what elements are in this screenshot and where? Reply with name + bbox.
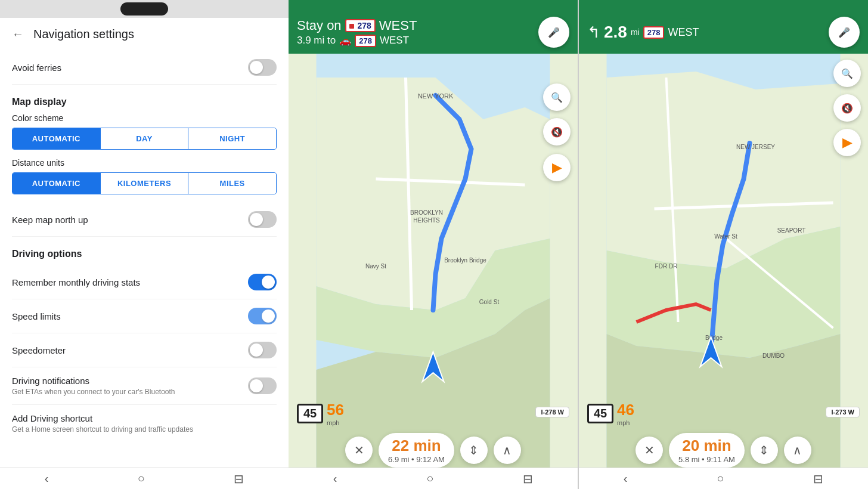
search-icon-2: 🔍	[841, 68, 853, 79]
expand-button-1[interactable]: ∧	[494, 437, 521, 464]
eta-details-2: 5.8 mi • 9:11 AM	[678, 455, 735, 464]
svg-text:BROOKLYN: BROOKLYN	[410, 209, 443, 216]
nav-header: ← Navigation settings	[0, 18, 289, 51]
svg-text:Brooklyn Bridge: Brooklyn Bridge	[444, 257, 486, 264]
settings-content: Avoid ferries Map display Color scheme A…	[0, 51, 289, 489]
route-label-1: I-278 W	[535, 407, 569, 417]
svg-text:DUMBO: DUMBO	[762, 352, 785, 359]
route-icon-1: ▶	[552, 160, 562, 175]
search-icon-1: 🔍	[551, 92, 563, 103]
close-button-2[interactable]: ✕	[636, 437, 663, 464]
mic-icon-2: 🎤	[838, 27, 850, 38]
mute-icon-2: 🔇	[841, 103, 853, 114]
android-back-icon[interactable]: ‹	[45, 472, 49, 485]
android-home-icon[interactable]: ○	[138, 472, 145, 485]
driving-notifications-toggle[interactable]	[248, 377, 277, 394]
add-driving-shortcut-row: Add Driving shortcut Get a Home screen s…	[12, 405, 277, 442]
eta-bar-2: ✕ 20 min 5.8 mi • 9:11 AM ⇕ ∧	[579, 433, 868, 468]
driving-options-heading: Driving options	[12, 249, 277, 259]
eta-time-1: 22 min	[392, 437, 441, 454]
color-scheme-automatic[interactable]: AUTOMATIC	[13, 128, 100, 149]
mic-icon-1: 🎤	[548, 27, 560, 38]
eta-details-1: 6.9 mi • 9:12 AM	[388, 455, 445, 464]
svg-text:FDR DR: FDR DR	[655, 263, 678, 270]
color-scheme-label: Color scheme	[12, 113, 277, 123]
color-scheme-day[interactable]: DAY	[100, 128, 188, 149]
bottom-nav-1: ‹ ○ ⊟	[289, 468, 578, 489]
mute-icon-1: 🔇	[551, 126, 563, 138]
route-button-1[interactable]: ▶	[543, 154, 571, 181]
driving-notifications-row: Driving notifications Get ETAs when you …	[12, 367, 277, 405]
distance-units-buttons: AUTOMATIC KILOMETERS MILES	[12, 172, 277, 194]
distance-kilometers[interactable]: KILOMETERS	[100, 173, 188, 194]
page-title: Navigation settings	[33, 27, 134, 41]
eta-bar-1: ✕ 22 min 6.9 mi • 9:12 AM ⇕ ∧	[289, 433, 578, 468]
bottom-nav-2: ‹ ○ ⊟	[579, 468, 868, 489]
speed-unit-2: mph	[617, 419, 634, 426]
speedometer-label: Speedometer	[12, 345, 66, 355]
mic-button-2[interactable]: 🎤	[829, 17, 860, 48]
android-recent-icon-1[interactable]: ⊟	[523, 472, 533, 486]
map-panel-2: NEW JERSEY SEAPORT FDR DR Water St DUMBO…	[578, 0, 868, 489]
speed-limits-label: Speed limits	[12, 311, 61, 321]
back-button[interactable]: ←	[12, 27, 24, 41]
svg-text:NEW JERSEY: NEW JERSEY	[736, 144, 775, 150]
mic-button-1[interactable]: 🎤	[538, 17, 569, 48]
route-icon-2: ▶	[842, 135, 852, 150]
speedometer-toggle[interactable]	[248, 342, 277, 358]
eta-info-2: 20 min 5.8 mi • 9:11 AM	[669, 433, 745, 468]
route-label-2: I-273 W	[826, 407, 860, 417]
driving-notifications-sublabel: Get ETAs when you connect to your car's …	[12, 388, 175, 396]
search-button-2[interactable]: 🔍	[833, 60, 861, 87]
color-scheme-buttons: AUTOMATIC DAY NIGHT	[12, 128, 277, 150]
speed-display-1: 45 56 mph	[297, 401, 344, 426]
distance-miles[interactable]: MILES	[188, 173, 276, 194]
routes-button-2[interactable]: ⇕	[751, 437, 778, 464]
search-button-1[interactable]: 🔍	[543, 83, 571, 111]
distance-automatic[interactable]: AUTOMATIC	[13, 173, 100, 194]
route-badge-3: 278	[643, 26, 665, 39]
nav-instruction-1: Stay on 278 WEST	[297, 18, 417, 33]
navigation-header-1: Stay on 278 WEST 3.9 mi to 🚗 278 WEST	[289, 0, 578, 54]
speed-limit-2: 45	[587, 404, 613, 423]
color-scheme-night[interactable]: NIGHT	[188, 128, 276, 149]
mute-button-2[interactable]: 🔇	[833, 94, 861, 122]
bottom-navigation-bar: ‹ ○ ⊟	[0, 468, 289, 489]
distance-units-label: Distance units	[12, 158, 277, 168]
route-badge-1: 278	[345, 19, 376, 32]
svg-text:Water St: Water St	[714, 233, 737, 240]
avoid-ferries-toggle[interactable]	[248, 59, 277, 76]
remember-stats-row: Remember monthly driving stats	[12, 265, 277, 299]
remember-stats-label: Remember monthly driving stats	[12, 277, 140, 287]
eta-time-2: 20 min	[682, 437, 731, 454]
add-driving-shortcut-sublabel: Get a Home screen shortcut to driving an…	[12, 425, 193, 434]
close-button-1[interactable]: ✕	[345, 437, 373, 464]
nav-distance-1: 3.9 mi to 🚗 278 WEST	[297, 35, 417, 47]
add-driving-shortcut-label: Add Driving shortcut	[12, 413, 193, 423]
keep-north-label: Keep map north up	[12, 215, 88, 225]
keep-north-row: Keep map north up	[12, 203, 277, 237]
routes-button-1[interactable]: ⇕	[460, 437, 488, 464]
keep-north-toggle[interactable]	[248, 211, 277, 228]
android-recent-icon[interactable]: ⊟	[234, 472, 244, 486]
expand-button-2[interactable]: ∧	[784, 437, 811, 464]
speed-unit-1: mph	[327, 419, 344, 426]
remember-stats-toggle[interactable]	[248, 274, 277, 290]
svg-text:Bridge: Bridge	[705, 335, 723, 341]
svg-text:Gold St: Gold St	[479, 299, 500, 305]
distance-units-group: Distance units AUTOMATIC KILOMETERS MILE…	[12, 158, 277, 194]
android-home-icon-2[interactable]: ○	[717, 472, 724, 485]
avoid-ferries-row: Avoid ferries	[12, 51, 277, 85]
android-recent-icon-2[interactable]: ⊟	[813, 472, 823, 486]
android-back-icon-1[interactable]: ‹	[333, 472, 337, 485]
android-home-icon-1[interactable]: ○	[426, 472, 433, 485]
speed-display-2: 45 46 mph	[587, 401, 634, 426]
route-button-2[interactable]: ▶	[833, 129, 861, 156]
current-speed-2: 46	[617, 401, 634, 419]
driving-notifications-label: Driving notifications	[12, 376, 175, 386]
android-back-icon-2[interactable]: ‹	[624, 472, 628, 485]
map-display-heading: Map display	[12, 97, 277, 107]
mute-button-1[interactable]: 🔇	[543, 118, 571, 146]
speed-limits-toggle[interactable]	[248, 308, 277, 324]
svg-text:SEAPORT: SEAPORT	[777, 227, 806, 234]
